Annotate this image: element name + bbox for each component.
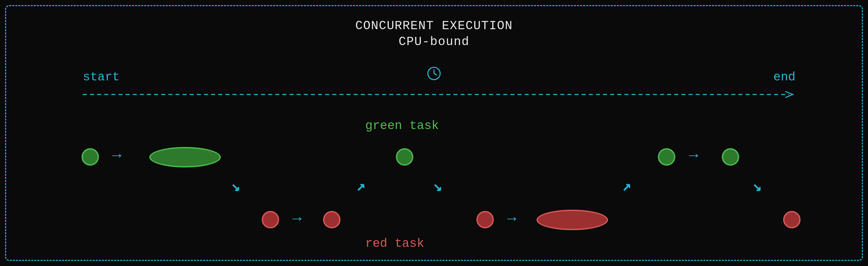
diagram-subtitle: CPU-bound [6,35,862,49]
flow-arrow: ↗ [356,177,366,195]
flow-arrow: ↘ [231,177,240,195]
flow-arrow: ↘ [752,177,762,195]
green-task-label: green task [365,119,439,133]
ellipse-red-shape [536,210,608,230]
flow-arrow: → [507,210,516,228]
circle-green-shape [722,148,739,166]
svg-line-2 [434,74,437,75]
flow-arrow: → [112,147,121,164]
circle-red-shape [476,211,494,229]
timeline-arrow [83,90,796,100]
diagram-container: CONCURRENT EXECUTION CPU-bound start end… [5,5,863,261]
flow-arrow: → [689,147,698,164]
circle-red-shape [262,211,279,229]
diagram-title: CONCURRENT EXECUTION [6,19,862,33]
clock-icon [427,66,441,82]
ellipse-green-shape [149,147,221,167]
flow-arrow: ↘ [433,177,442,195]
red-task-label: red task [365,237,424,250]
circle-green-shape [82,148,99,166]
end-label: end [773,70,796,84]
start-label: start [83,70,120,84]
flow-arrow: → [292,210,302,228]
circle-red-shape [783,211,801,229]
circle-green-shape [658,148,675,166]
circle-green-shape [396,148,413,166]
flow-arrow: ↗ [622,177,631,195]
circle-red-shape [323,211,340,229]
